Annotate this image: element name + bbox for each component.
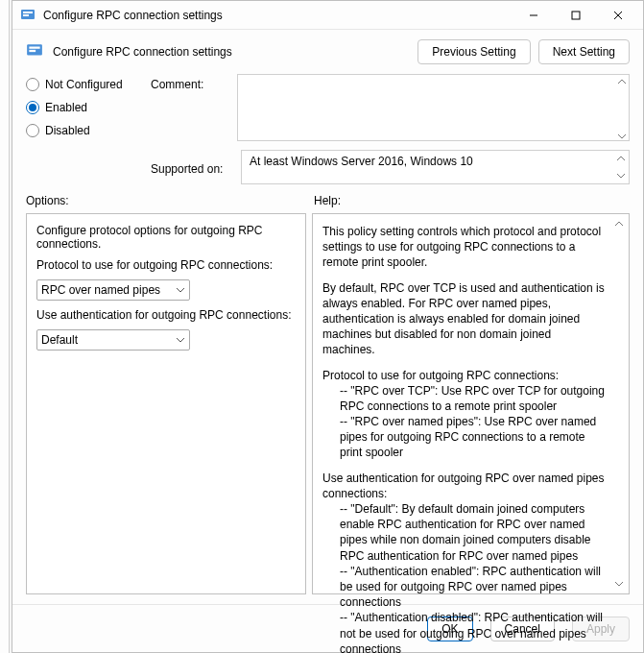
- comment-textarea[interactable]: [237, 74, 630, 141]
- help-p4: Use authentication for outgoing RPC over…: [322, 471, 606, 653]
- supported-on-label: Supported on:: [151, 158, 237, 176]
- radio-dot: [26, 101, 39, 114]
- help-pane: This policy setting controls which proto…: [312, 213, 630, 594]
- header: Configure RPC connection settings Previo…: [12, 30, 643, 74]
- scroll-down-icon[interactable]: [614, 129, 630, 144]
- radio-not-configured[interactable]: Not Configured: [26, 78, 151, 91]
- svg-rect-1: [23, 12, 33, 13]
- supported-on-text: At least Windows Server 2016, Windows 10: [250, 155, 473, 168]
- close-button[interactable]: [597, 2, 639, 29]
- radio-label: Disabled: [45, 124, 90, 137]
- window-title: Configure RPC connection settings: [43, 9, 513, 22]
- chevron-down-icon: [176, 335, 185, 345]
- state-radio-group: Not Configured Enabled Disabled: [26, 74, 151, 137]
- minimize-button[interactable]: [513, 2, 555, 29]
- help-p1: This policy setting controls which proto…: [322, 224, 606, 271]
- radio-disabled[interactable]: Disabled: [26, 124, 151, 137]
- scroll-up-icon[interactable]: [614, 74, 630, 89]
- svg-rect-9: [29, 49, 36, 51]
- auth-label: Use authentication for outgoing RPC conn…: [36, 308, 296, 322]
- help-p3-head: Protocol to use for outgoing RPC connect…: [322, 368, 606, 383]
- radio-dot: [26, 124, 39, 137]
- header-title: Configure RPC connection settings: [53, 45, 417, 59]
- scroll-up-icon[interactable]: [613, 151, 629, 166]
- panes: Configure protocol options for outgoing …: [12, 213, 643, 594]
- protocol-select[interactable]: RPC over named pipes: [36, 279, 190, 301]
- pane-labels: Options: Help:: [12, 190, 643, 213]
- help-p4-b: -- "Authentication enabled": RPC authent…: [322, 564, 606, 611]
- chevron-down-icon: [176, 285, 185, 295]
- next-setting-button[interactable]: Next Setting: [538, 39, 630, 64]
- comment-label: Comment:: [151, 74, 237, 91]
- upper-form: Not Configured Enabled Disabled Comment:: [12, 74, 643, 190]
- help-p3-a: -- "RPC over TCP": Use RPC over TCP for …: [322, 383, 606, 414]
- auth-select[interactable]: Default: [36, 329, 190, 351]
- radio-label: Enabled: [45, 101, 87, 114]
- policy-icon: [26, 42, 43, 62]
- radio-dot: [26, 78, 39, 91]
- help-p3: Protocol to use for outgoing RPC connect…: [322, 368, 606, 461]
- scroll-down-icon[interactable]: [611, 576, 627, 592]
- radio-label: Not Configured: [45, 78, 123, 91]
- help-p4-a: -- "Default": By default domain joined c…: [322, 501, 606, 564]
- help-p2: By default, RPC over TCP is used and aut…: [322, 280, 606, 358]
- auth-value: Default: [41, 333, 78, 347]
- radio-enabled[interactable]: Enabled: [26, 101, 151, 114]
- protocol-label: Protocol to use for outgoing RPC connect…: [36, 258, 296, 272]
- options-desc: Configure protocol options for outgoing …: [36, 224, 296, 251]
- background-sliver: [0, 0, 10, 653]
- svg-rect-8: [29, 46, 39, 48]
- app-icon: [20, 8, 36, 23]
- options-pane: Configure protocol options for outgoing …: [26, 213, 306, 594]
- previous-setting-button[interactable]: Previous Setting: [417, 39, 530, 64]
- help-p4-c: -- "Authentication disabled": RPC authen…: [322, 610, 606, 653]
- protocol-value: RPC over named pipes: [41, 283, 160, 297]
- titlebar: Configure RPC connection settings: [12, 1, 643, 30]
- supported-on-value: At least Windows Server 2016, Windows 10: [241, 150, 630, 184]
- scroll-up-icon[interactable]: [611, 216, 627, 231]
- dialog-window: Configure RPC connection settings Config…: [12, 0, 644, 653]
- maximize-button[interactable]: [555, 2, 597, 29]
- scroll-down-icon[interactable]: [613, 168, 629, 183]
- help-p3-b: -- "RPC over named pipes": Use RPC over …: [322, 414, 606, 461]
- help-label: Help:: [306, 194, 630, 207]
- options-label: Options:: [26, 194, 306, 207]
- help-p4-head: Use authentication for outgoing RPC over…: [322, 471, 606, 501]
- svg-rect-4: [572, 12, 580, 19]
- svg-rect-2: [23, 14, 29, 16]
